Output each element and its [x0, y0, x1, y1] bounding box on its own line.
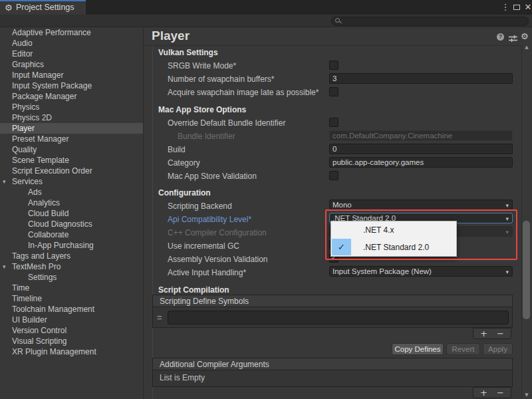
sidebar-item-tmp-settings[interactable]: Settings: [0, 272, 143, 283]
active-input-label: Active Input Handling*: [168, 268, 246, 278]
chevron-down-icon: ▾: [505, 201, 509, 210]
help-icon[interactable]: ?: [497, 33, 504, 41]
foldout-open-icon[interactable]: ▾: [3, 261, 6, 272]
popup-option-net4x[interactable]: .NET 4.x: [331, 221, 456, 239]
sidebar-item-quality[interactable]: Quality: [0, 144, 143, 155]
api-compatibility-label: Api Compatibility Level*: [168, 215, 251, 225]
gear-icon: ⚙: [5, 1, 13, 15]
settings-category-list: Adaptive Performance Audio Editor Graphi…: [0, 27, 143, 399]
bundle-identifier-label: Bundle Identifier: [178, 132, 235, 142]
acquire-swapchain-checkbox[interactable]: [329, 87, 338, 96]
maximize-icon[interactable]: [513, 5, 520, 10]
sidebar-item-adaptive-performance[interactable]: Adaptive Performance: [0, 27, 143, 38]
arguments-list-footer: + −: [473, 387, 511, 398]
swapchain-buffers-label: Number of swapchain buffers*: [168, 74, 275, 84]
sidebar-item-physics-2d[interactable]: Physics 2D: [0, 112, 143, 123]
scroll-up-icon[interactable]: ▲: [523, 45, 531, 50]
build-field[interactable]: [329, 144, 513, 154]
scripting-backend-label: Scripting Backend: [168, 201, 232, 211]
sidebar-item-audio[interactable]: Audio: [0, 38, 143, 49]
list-empty-label: List is Empty: [160, 373, 205, 382]
sidebar-item-analytics[interactable]: Analytics: [0, 198, 143, 208]
close-icon[interactable]: ✕: [523, 0, 532, 15]
tab-project-settings[interactable]: ⚙ Project Settings: [0, 0, 86, 15]
apply-button: Apply: [483, 343, 513, 355]
sidebar-item-toolchain-management[interactable]: Toolchain Management: [0, 304, 143, 315]
chevron-down-icon: ▾: [505, 267, 509, 277]
popup-option-net-standard[interactable]: ✓ .NET Standard 2.0: [331, 239, 456, 256]
tab-title: Project Settings: [16, 0, 74, 15]
revert-button: Revert: [446, 343, 480, 355]
sidebar-item-cloud-build[interactable]: Cloud Build: [0, 208, 143, 219]
copy-defines-button[interactable]: Copy Defines: [392, 343, 444, 355]
foldout-open-icon[interactable]: ▾: [3, 176, 6, 187]
category-label: Category: [168, 158, 200, 168]
section-vulkan-settings: Vulkan Settings: [158, 48, 218, 58]
swapchain-buffers-field[interactable]: [329, 73, 513, 84]
toolbar: [0, 15, 532, 27]
sidebar-item-label: Services: [12, 177, 43, 186]
sidebar-item-textmesh-pro[interactable]: ▾ TextMesh Pro: [0, 261, 143, 272]
sidebar-divider: [143, 27, 144, 399]
scripting-backend-value: Mono: [332, 201, 352, 209]
active-input-dropdown[interactable]: Input System Package (New) ▾: [329, 266, 513, 277]
sidebar-item-collaborate[interactable]: Collaborate: [0, 229, 143, 240]
search-input[interactable]: [331, 17, 529, 26]
api-compatibility-popup: .NET 4.x ✓ .NET Standard 2.0: [331, 221, 457, 257]
sidebar-item-scene-template[interactable]: Scene Template: [0, 155, 143, 166]
override-bundle-checkbox[interactable]: [329, 118, 338, 127]
define-symbol-field[interactable]: [168, 311, 509, 325]
sidebar-item-input-manager[interactable]: Input Manager: [0, 70, 143, 80]
remove-item-button[interactable]: −: [497, 329, 504, 338]
mac-validation-checkbox[interactable]: [329, 171, 338, 180]
define-list-footer: + −: [473, 328, 511, 339]
sidebar-item-xr-plugin-management[interactable]: XR Plugin Management: [0, 346, 143, 357]
sidebar-item-script-execution-order[interactable]: Script Execution Order: [0, 166, 143, 176]
sidebar-item-input-system-package[interactable]: Input System Package: [0, 80, 143, 91]
acquire-swapchain-label: Acquire swapchain image late as possible…: [168, 88, 319, 98]
sidebar-item-cloud-diagnostics[interactable]: Cloud Diagnostics: [0, 219, 143, 229]
project-settings-window: ⚙ Project Settings ⋮ ✕ Adaptive Performa…: [0, 0, 532, 399]
sidebar-item-time[interactable]: Time: [0, 283, 143, 293]
section-script-compilation: Script Compilation: [158, 285, 229, 295]
scroll-down-icon[interactable]: ▼: [523, 392, 531, 398]
section-mac-app-store: Mac App Store Options: [158, 105, 246, 115]
incremental-gc-label: Use incremental GC: [168, 241, 239, 251]
compiler-arguments-header: Additional Compiler Arguments: [153, 358, 512, 370]
sidebar-item-in-app-purchasing[interactable]: In-App Purchasing: [0, 240, 143, 251]
srgb-write-mode-checkbox[interactable]: [329, 61, 338, 70]
sidebar-item-ads[interactable]: Ads: [0, 187, 143, 198]
sidebar-item-tags-and-layers[interactable]: Tags and Layers: [0, 251, 143, 261]
tab-bar: ⚙ Project Settings ⋮ ✕: [0, 0, 532, 15]
sidebar-item-label: TextMesh Pro: [12, 262, 61, 271]
drag-handle-icon[interactable]: =: [157, 313, 162, 323]
scrollbar-thumb[interactable]: [523, 221, 530, 319]
sidebar-item-version-control[interactable]: Version Control: [0, 325, 143, 336]
preset-icon[interactable]: [509, 33, 517, 45]
sidebar-item-editor[interactable]: Editor: [0, 49, 143, 59]
cpp-compiler-label: C++ Compiler Configuration: [168, 228, 267, 238]
sidebar-item-player[interactable]: Player: [0, 123, 143, 134]
assembly-validation-label: Assembly Version Validation: [168, 255, 268, 265]
sidebar-item-services[interactable]: ▾ Services: [0, 176, 143, 187]
checkmark-icon: ✓: [332, 239, 351, 255]
content-edge: [152, 47, 153, 399]
sidebar-item-physics[interactable]: Physics: [0, 102, 143, 112]
sidebar-item-visual-scripting[interactable]: Visual Scripting: [0, 336, 143, 346]
scripting-backend-dropdown[interactable]: Mono ▾: [329, 200, 513, 210]
sidebar-item-graphics[interactable]: Graphics: [0, 59, 143, 70]
define-symbols-header: Scripting Define Symbols: [153, 295, 512, 307]
compiler-arguments-box: Additional Compiler Arguments: [152, 358, 513, 387]
add-item-button[interactable]: +: [480, 329, 487, 338]
kebab-menu-icon[interactable]: ⋮: [500, 0, 511, 15]
add-item-button[interactable]: +: [480, 388, 487, 398]
section-configuration: Configuration: [158, 188, 211, 198]
sidebar-item-package-manager[interactable]: Package Manager: [0, 91, 143, 102]
sidebar-item-preset-manager[interactable]: Preset Manager: [0, 134, 143, 144]
sidebar-item-timeline[interactable]: Timeline: [0, 293, 143, 304]
remove-item-button[interactable]: −: [497, 388, 504, 398]
sidebar-item-ui-builder[interactable]: UI Builder: [0, 315, 143, 325]
category-field[interactable]: [329, 157, 513, 168]
settings-gear-icon[interactable]: ⚙: [521, 31, 529, 41]
page-title: Player: [152, 29, 190, 43]
